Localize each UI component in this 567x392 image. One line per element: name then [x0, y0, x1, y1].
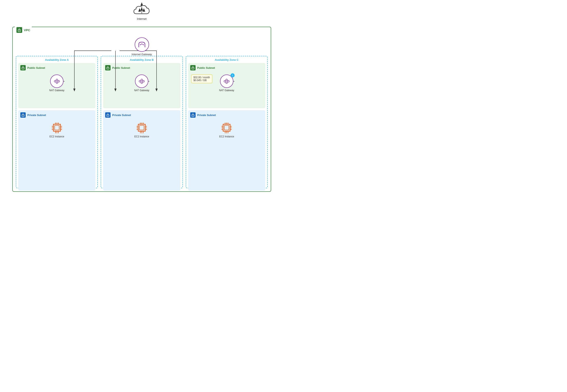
svg-line-9: [140, 44, 142, 45]
private-subnet-b: Private Subnet: [103, 110, 180, 191]
private-subnet-a-icon: [20, 112, 26, 118]
public-subnet-b-icon: [105, 65, 111, 70]
diagram-container: Internet VPC: [0, 0, 284, 196]
igw-icon: [135, 37, 149, 52]
svg-line-48: [142, 82, 143, 82]
svg-rect-25: [55, 126, 59, 130]
private-subnet-c-label: Private Subnet: [197, 113, 216, 117]
svg-line-46: [142, 80, 143, 81]
public-subnet-c: Public Subnet $32.00 / month $0.045 / GB: [188, 63, 265, 108]
nat-gw-a-wrapper: NAT Gateway: [20, 74, 93, 92]
az-zone-b: Availability Zone B P: [101, 56, 183, 188]
public-subnet-c-icon: [190, 65, 196, 70]
svg-point-5: [19, 30, 20, 31]
nat-gw-b-icon: [135, 74, 148, 88]
public-subnet-a: Public Subnet: [18, 63, 95, 108]
nat-gw-a-label: NAT Gateway: [49, 89, 65, 92]
public-subnet-a-icon: [20, 65, 26, 70]
svg-line-72: [225, 80, 226, 81]
svg-point-66: [193, 68, 193, 69]
private-subnet-b-icon: [105, 112, 111, 118]
ec2-b-wrapper: EC2 Instance: [105, 122, 178, 138]
svg-point-50: [108, 115, 108, 116]
svg-rect-52: [140, 126, 144, 130]
svg-line-73: [227, 80, 228, 81]
nat-gw-b-label: NAT Gateway: [134, 89, 149, 92]
svg-line-74: [225, 82, 226, 82]
ec2-a-icon: [50, 122, 64, 134]
price-tooltip: $32.00 / month $0.045 / GB: [191, 74, 212, 83]
az-zone-a: Availability Zone A P: [16, 56, 98, 188]
svg-rect-79: [224, 126, 229, 130]
az-b-title: Availability Zone B: [103, 58, 180, 61]
tooltip-line1: $32.00 / month: [194, 76, 210, 79]
az-a-title: Availability Zone A: [18, 58, 95, 61]
internet-section: Internet: [132, 4, 151, 21]
ec2-c-wrapper: EC2 Instance: [190, 122, 263, 138]
ec2-b-label: EC2 Instance: [134, 135, 149, 138]
svg-point-39: [108, 68, 108, 69]
vpc-icon: [16, 27, 22, 33]
nat-gw-a-icon: [50, 74, 63, 88]
az-c-title: Availability Zone C: [188, 58, 265, 61]
nat-gw-c-icon: i: [220, 74, 233, 88]
svg-line-45: [141, 80, 141, 81]
igw-section: Internet Gateway: [132, 37, 152, 56]
igw-label: Internet Gateway: [132, 53, 152, 56]
nat-gw-b-wrapper: NAT Gateway: [105, 74, 178, 92]
ec2-c-label: EC2 Instance: [219, 135, 234, 138]
svg-point-77: [193, 115, 193, 116]
public-subnet-a-label: Public Subnet: [27, 66, 45, 70]
public-subnet-c-label: Public Subnet: [197, 66, 215, 70]
svg-line-18: [56, 80, 56, 81]
internet-arrow: [129, 2, 154, 14]
ec2-c-icon: [219, 122, 234, 134]
vpc-container: VPC Internet Gateway: [12, 27, 271, 192]
vpc-label-box: VPC: [15, 27, 32, 33]
svg-line-75: [227, 82, 228, 82]
nat-gw-c-label: NAT Gateway: [219, 89, 234, 92]
svg-point-23: [23, 115, 23, 116]
public-subnet-b-label: Public Subnet: [112, 66, 130, 70]
svg-line-10: [142, 44, 143, 45]
tooltip-line2: $0.045 / GB: [194, 79, 210, 82]
az-row: Availability Zone A P: [16, 56, 268, 188]
ec2-a-label: EC2 Instance: [50, 135, 64, 138]
svg-line-47: [141, 82, 141, 82]
ec2-b-icon: [135, 122, 149, 134]
ec2-a-wrapper: EC2 Instance: [20, 122, 93, 138]
internet-label: Internet: [137, 17, 146, 21]
private-subnet-c: Private Subnet: [188, 110, 265, 191]
private-subnet-c-icon: [190, 112, 196, 118]
svg-line-21: [57, 82, 58, 82]
svg-line-19: [57, 80, 58, 81]
private-subnet-b-label: Private Subnet: [112, 113, 131, 117]
nat-gw-c-wrapper: $32.00 / month $0.045 / GB: [190, 74, 263, 92]
info-badge[interactable]: i: [230, 73, 235, 77]
svg-point-12: [23, 68, 23, 69]
private-subnet-a: Private Subnet: [18, 110, 95, 191]
svg-line-20: [56, 82, 56, 82]
az-zone-c: Availability Zone C P: [186, 56, 268, 188]
public-subnet-b: Public Subnet: [103, 63, 180, 108]
vpc-label: VPC: [24, 28, 30, 32]
private-subnet-a-label: Private Subnet: [27, 113, 46, 117]
